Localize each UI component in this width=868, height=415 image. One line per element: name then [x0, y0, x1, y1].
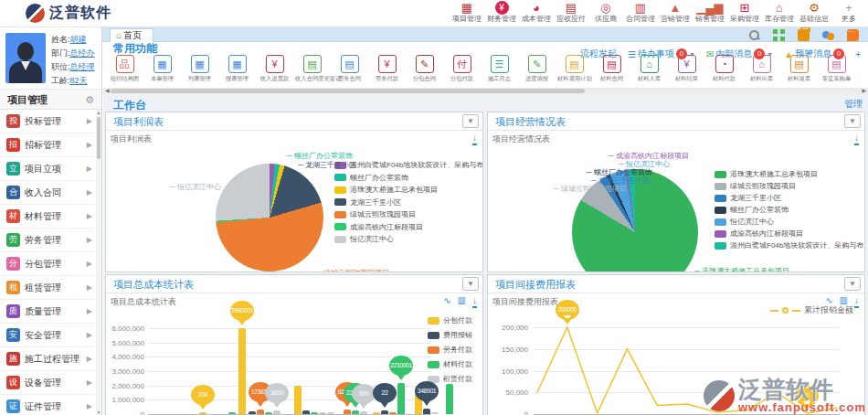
sidebar-item-安全管理[interactable]: 安安全管理▶: [0, 324, 96, 347]
scrollbar-thumb[interactable]: [97, 117, 101, 159]
function-icon-施工日志[interactable]: ☰施工日志: [481, 55, 518, 88]
search-icon[interactable]: [748, 29, 760, 41]
profile-title-link[interactable]: 总经理: [70, 62, 95, 71]
bar-data-balloon: 234: [191, 385, 215, 405]
sidebar-item-设备管理[interactable]: 设设备管理▶: [0, 371, 96, 395]
profile-dept-link[interactable]: 总经办: [70, 48, 95, 58]
function-label: 材料退库: [782, 74, 816, 83]
top-nav-item-项目管理[interactable]: ▦项目管理: [450, 1, 484, 24]
top-nav-item-合同管理[interactable]: ▥合同管理: [623, 1, 658, 24]
function-icon-分包合同[interactable]: ✎分包合同: [406, 55, 443, 88]
function-icon-分包付款[interactable]: 付分包付款: [443, 55, 481, 88]
top-nav-item-更多[interactable]: +更多: [831, 1, 866, 24]
function-icon-收入合同变更签证[interactable]: ▤收入合同变更签证: [293, 55, 331, 88]
top-nav-item-销售管理[interactable]: ▁▄▆销售管理: [693, 1, 727, 24]
legend-swatch: [715, 195, 726, 202]
top-nav-item-供应商[interactable]: ◎供应商: [588, 1, 623, 24]
download-icon[interactable]: ↓: [472, 295, 477, 308]
horizontal-scrollbar[interactable]: ◀ ▶: [103, 88, 868, 94]
expand-icon[interactable]: [773, 29, 785, 41]
tab-home[interactable]: ⌂首页: [110, 28, 153, 42]
sidebar-item-证件管理[interactable]: 证证件管理▶: [0, 395, 96, 415]
function-icon-列表管理[interactable]: ▦列表管理: [181, 55, 218, 88]
function-icon-组织结构图[interactable]: 品组织结构图: [106, 55, 143, 88]
sidebar-scrollbar[interactable]: ▲ ▼: [96, 110, 101, 415]
function-label: 材料出库: [745, 74, 778, 83]
legend-swatch: [715, 207, 726, 214]
scroll-right-icon[interactable]: ▶: [862, 87, 866, 93]
bar-exp: [302, 410, 310, 414]
panel-dropdown-button[interactable]: ▼: [844, 114, 861, 128]
gear-icon[interactable]: ⚙: [85, 90, 94, 110]
sidebar-item-招标管理[interactable]: 招招标管理▶: [0, 133, 96, 157]
sidebar: 姓名:胡建 部门:总经办 职位:总经理 工龄:82天 项目管理 ⚙ 投投标管理▶…: [0, 27, 102, 415]
profile-name-link[interactable]: 胡建: [70, 35, 87, 44]
legend-swatch: [428, 346, 439, 354]
panel-title: 项目总成本统计表: [113, 278, 194, 292]
function-icon-报表管理[interactable]: ▦报表管理: [218, 55, 256, 88]
function-label: 组织结构图: [108, 74, 142, 83]
panel-dropdown-button[interactable]: ▼: [462, 114, 479, 128]
chevron-right-icon: ▶: [87, 260, 96, 268]
top-nav-item-采购管理[interactable]: ⊞采购管理: [727, 1, 762, 24]
line-chart-icon[interactable]: ∿: [443, 295, 450, 308]
sidebar-item-分包管理[interactable]: 分分包管理▶: [0, 252, 96, 276]
sidebar-item-投标管理[interactable]: 投投标管理▶: [0, 110, 96, 133]
scrollbar-thumb[interactable]: [111, 89, 585, 93]
sidebar-item-项目立项[interactable]: 立项目立项▶: [0, 157, 96, 181]
alert-message-link[interactable]: ▲预警消息0: [784, 48, 844, 60]
legend-item: 材料付款: [428, 359, 472, 369]
function-icon-劳务付款[interactable]: ¥劳务付款: [368, 55, 406, 88]
download-icon[interactable]: ↓: [854, 295, 859, 308]
building-icon: ▦: [461, 1, 472, 15]
scroll-left-icon[interactable]: ◀: [105, 87, 110, 93]
toolbar-more-button[interactable]: +: [855, 49, 861, 59]
sidebar-item-质量管理[interactable]: 质质量管理▶: [0, 300, 96, 324]
function-icon-进度填报[interactable]: ✎进度填报: [518, 55, 556, 88]
scroll-down-icon[interactable]: ▼: [96, 410, 101, 415]
sidebar-item-租赁管理[interactable]: 租租赁管理▶: [0, 276, 96, 300]
legend-swatch: [428, 332, 439, 339]
panel-header: 项目利润表 ▼: [106, 112, 482, 131]
toolbox-icon[interactable]: [798, 29, 810, 41]
function-icon-收入进度款[interactable]: ¥收入进度款: [256, 55, 293, 88]
bar-exp: [249, 411, 256, 414]
function-icon-本单管理[interactable]: ▦本单管理: [143, 55, 181, 88]
scroll-up-icon[interactable]: ▲: [96, 110, 101, 115]
todo-link[interactable]: ☰待办事项0▼: [628, 48, 695, 60]
chevron-right-icon: ▶: [87, 283, 96, 292]
workbench-manage-link[interactable]: 管理: [844, 98, 863, 111]
bar-rent: [319, 412, 326, 414]
chevron-right-icon: ▶: [87, 402, 96, 410]
process-start-link[interactable]: 流程发起: [580, 48, 617, 60]
sidebar-item-材料管理[interactable]: 材材料管理▶: [0, 205, 96, 229]
profile-service-link[interactable]: 82天: [70, 76, 88, 85]
sidebar-item-施工过程管理[interactable]: 施施工过程管理▶: [0, 347, 96, 371]
chat-icon[interactable]: [847, 29, 859, 41]
internal-message-link[interactable]: ✉内部消息0▼: [706, 48, 773, 60]
bar-chart-icon[interactable]: ▥: [458, 295, 466, 308]
legend-label: 港珠澳大桥施工总承包项目: [730, 169, 818, 179]
users-icon[interactable]: [822, 29, 834, 41]
download-icon[interactable]: ↓: [854, 133, 859, 145]
top-nav-item-应收应付[interactable]: ▤应收应付: [554, 1, 588, 24]
chevron-down-icon: ▼: [689, 51, 695, 58]
function-icon-劳务合同[interactable]: ▤劳务合同: [331, 55, 368, 88]
sidebar-item-劳务管理[interactable]: 劳劳务管理▶: [0, 229, 96, 252]
line-chart-icon[interactable]: ∿: [825, 295, 832, 308]
top-nav-item-营销管理[interactable]: ▲营销管理: [658, 1, 693, 24]
panel-dropdown-button[interactable]: ▼: [462, 277, 479, 291]
legend-swatch: [334, 223, 346, 230]
chevron-right-icon: ▶: [87, 212, 96, 220]
panel-dropdown-button[interactable]: ▼: [844, 277, 861, 291]
app-header: 泛普软件 ▦项目管理¥财务管理◕成本管理▤应收应付◎供应商▥合同管理▲营销管理▁…: [0, 0, 868, 27]
top-nav-item-成本管理[interactable]: ◕成本管理: [519, 1, 554, 24]
top-nav-item-库存管理[interactable]: ⌂库存管理: [762, 1, 797, 24]
pie-callout: ─ 恒亿滨江中心: [170, 182, 221, 192]
top-nav-item-财务管理[interactable]: ¥财务管理: [484, 1, 519, 24]
sidebar-item-收入合同[interactable]: 合收入合同▶: [0, 181, 96, 205]
bar-mat: [311, 412, 318, 414]
top-nav-item-基础信息[interactable]: ⚙基础信息: [797, 1, 831, 24]
download-icon[interactable]: ↓: [472, 133, 477, 145]
bar-chart-icon[interactable]: ▥: [840, 295, 848, 308]
